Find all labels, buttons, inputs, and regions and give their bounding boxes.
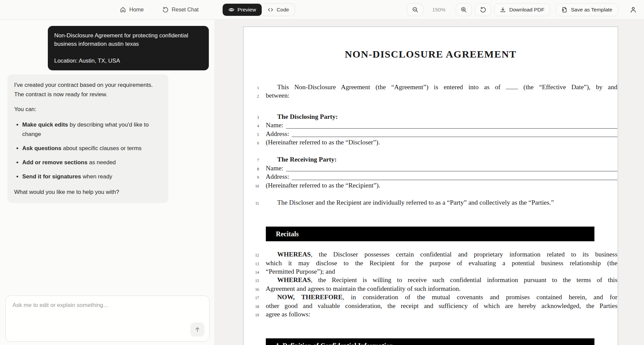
document-line: 9Address: — [244, 173, 618, 181]
document-title: NON-DISCLOSURE AGREEMENT — [244, 48, 618, 60]
download-icon — [500, 7, 506, 13]
line-number: 14 — [244, 268, 259, 276]
document-paragraph: 1This Non-Disclosure Agreement (the “Agr… — [244, 83, 618, 101]
preview-eye-icon — [228, 7, 234, 13]
document-paragraph: 7The Receiving Party:8Name:9Address:10(H… — [244, 156, 618, 190]
document-line: 11The Discloser and the Recipient are in… — [244, 199, 618, 207]
reset-chat-button[interactable]: Reset Chat — [162, 6, 199, 13]
document-line: 16Agreement and agrees to maintain the c… — [244, 285, 618, 294]
line-number: 17 — [244, 294, 259, 302]
reset-chat-icon — [162, 6, 169, 13]
fill-in-line — [292, 180, 617, 180]
user-account-button[interactable] — [626, 3, 641, 16]
home-button[interactable]: Home — [120, 6, 144, 13]
save-as-template-label: Save as Template — [571, 7, 612, 13]
assistant-message-bubble: I've created your contract based on your… — [7, 74, 168, 203]
line-text: “Permitted Purpose”); and — [266, 268, 617, 276]
section-heading-label: Recitals — [276, 230, 299, 238]
assistant-capability-item: Ask questions about specific clauses or … — [22, 144, 162, 153]
document-paragraph: 3The Disclosing Party:4Name:5Address:6(H… — [244, 113, 618, 147]
reset-view-button[interactable] — [475, 3, 491, 16]
document-line: 18other good and valuable consideration,… — [244, 302, 618, 311]
tab-preview[interactable]: Preview — [223, 4, 262, 16]
zoom-out-icon — [412, 6, 419, 13]
fill-in-line — [286, 171, 617, 171]
save-as-template-button[interactable]: Save as Template — [556, 3, 618, 16]
user-message-text: Non-Disclosure Agreement for protecting … — [54, 31, 202, 48]
document-preview-pane[interactable]: NON-DISCLOSURE AGREEMENT 1This Non-Discl… — [215, 20, 644, 345]
line-text: Address: — [266, 130, 617, 139]
document-page: NON-DISCLOSURE AGREEMENT 1This Non-Discl… — [243, 27, 618, 345]
line-number: 11 — [244, 199, 259, 207]
line-text: Address: — [266, 173, 617, 181]
top-toolbar: Home Reset Chat Preview — [0, 0, 644, 20]
line-text: WHEREAS, the Recipient is willing to rec… — [266, 276, 617, 285]
user-icon — [630, 6, 637, 13]
send-arrow-icon — [194, 326, 200, 333]
document-line: 4Name: — [244, 122, 618, 130]
line-text: The Disclosing Party: — [266, 113, 617, 122]
assistant-you-can: You can: — [14, 105, 162, 114]
line-number: 2 — [244, 92, 259, 100]
line-text: NOW, THEREFORE, in consideration of the … — [266, 294, 617, 302]
line-text: Name: — [266, 122, 617, 130]
assistant-closing-question: What would you like me to help you with? — [14, 187, 162, 197]
document-line: 8Name: — [244, 165, 618, 173]
line-number: 18 — [244, 302, 259, 311]
home-label: Home — [129, 7, 144, 13]
line-number: 12 — [244, 251, 259, 259]
line-text: The Receiving Party: — [266, 156, 617, 164]
zoom-in-button[interactable] — [456, 3, 472, 16]
line-text: which it may disclose to the Recipient f… — [266, 260, 617, 268]
home-icon — [120, 6, 126, 13]
user-message-location: Location: Austin, TX, USA — [54, 57, 202, 65]
assistant-capability-item: Send it for signatures when ready — [22, 172, 162, 181]
line-text: Agreement and agrees to maintain the con… — [266, 285, 617, 294]
zoom-level-indicator: 150% — [427, 3, 451, 16]
line-text: Name: — [266, 165, 617, 173]
document-line: 13which it may disclose to the Recipient… — [244, 260, 618, 268]
document-line: 15WHEREAS, the Recipient is willing to r… — [244, 276, 618, 285]
zoom-in-icon — [460, 6, 467, 13]
line-text: agree as follows: — [266, 311, 617, 319]
send-button[interactable] — [190, 322, 204, 337]
line-number: 16 — [244, 285, 259, 294]
line-number: 15 — [244, 276, 259, 285]
assistant-capabilities-list: Make quick edits by describing what you'… — [14, 120, 162, 181]
reset-chat-label: Reset Chat — [172, 7, 199, 13]
tab-code[interactable]: Code — [262, 4, 295, 16]
document-line: 5Address: — [244, 130, 618, 139]
line-number: 8 — [244, 165, 259, 173]
line-number: 1 — [244, 83, 259, 92]
document-line: 12WHEREAS, the Discloser possesses certa… — [244, 251, 618, 259]
blank-date-line — [506, 84, 518, 89]
document-line: 14“Permitted Purpose”); and — [244, 268, 618, 276]
document-line: 6(Hereinafter referred to as the “Disclo… — [244, 139, 618, 147]
line-number: 7 — [244, 156, 259, 164]
document-body: 1This Non-Disclosure Agreement (the “Agr… — [244, 83, 618, 345]
document-line: 3The Disclosing Party: — [244, 113, 618, 122]
document-line: 19agree as follows: — [244, 311, 618, 319]
preview-label: Preview — [237, 7, 256, 13]
assistant-capability-item: Add or remove sections as needed — [22, 158, 162, 167]
section-heading-label: 1. Definition of Confidential Informatio… — [276, 342, 393, 345]
save-template-icon — [561, 7, 568, 13]
download-pdf-button[interactable]: Download PDF — [494, 3, 550, 16]
chat-input[interactable] — [6, 296, 209, 323]
line-number: 19 — [244, 311, 259, 319]
code-icon — [267, 7, 273, 13]
line-number: 13 — [244, 260, 259, 268]
code-label: Code — [277, 7, 289, 13]
line-text: other good and valuable consideration, t… — [266, 302, 617, 311]
zoom-out-button[interactable] — [407, 3, 423, 16]
line-text: (Hereinafter referred to as the “Recipie… — [266, 182, 617, 190]
line-number: 5 — [244, 130, 259, 139]
fill-in-line — [286, 128, 617, 129]
line-text: between: — [266, 92, 617, 100]
section-heading-bar: 1. Definition of Confidential Informatio… — [266, 338, 594, 345]
section-heading-bar: Recitals — [266, 227, 594, 241]
document-line: 17NOW, THEREFORE, in consideration of th… — [244, 294, 618, 302]
line-number: 6 — [244, 139, 259, 147]
document-paragraph: 12WHEREAS, the Discloser possesses certa… — [244, 251, 618, 319]
user-message-bubble: Non-Disclosure Agreement for protecting … — [48, 26, 209, 70]
